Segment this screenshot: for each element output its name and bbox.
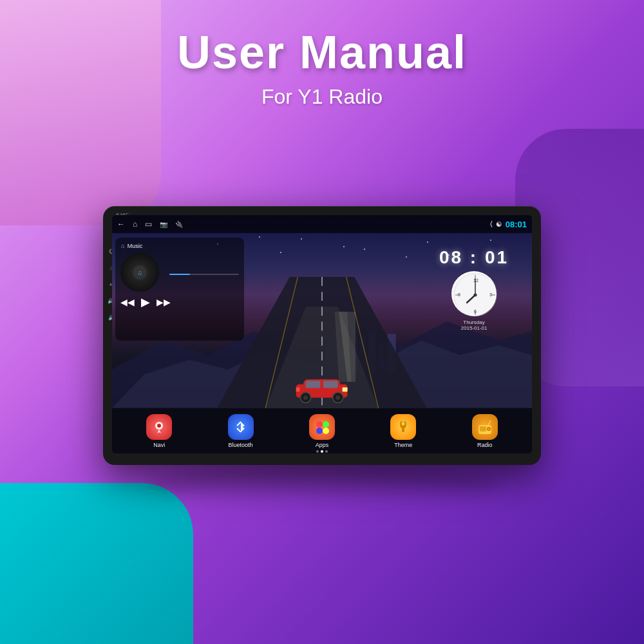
home-nav-icon[interactable]: ⌂ <box>133 220 137 229</box>
svg-point-44 <box>323 421 329 428</box>
digital-time: 08 : 01 <box>439 247 509 268</box>
analog-clock: 12 3 6 9 <box>451 271 497 316</box>
vinyl-disc: ♫ <box>120 253 159 292</box>
radio-label: Radio <box>477 442 493 448</box>
device-container: MIC RST ⏻ ⌂ ↩ 🔊+ <box>103 206 541 465</box>
svg-rect-54 <box>480 426 486 431</box>
recent-nav-icon[interactable]: ▭ <box>145 220 152 229</box>
svg-point-45 <box>316 428 323 434</box>
clock-face: 12 3 6 9 <box>453 272 495 315</box>
play-button[interactable]: ▶ <box>141 295 150 309</box>
clock-date: 2015-01-01 <box>461 325 488 331</box>
svg-rect-25 <box>296 388 300 392</box>
svg-line-57 <box>488 421 491 425</box>
svg-point-43 <box>316 421 323 428</box>
navi-icon <box>146 414 172 440</box>
svg-point-23 <box>336 395 341 400</box>
dock-item-theme[interactable]: Theme <box>390 414 416 448</box>
vinyl-center: ♫ <box>133 266 146 279</box>
screen-inner: ← ⌂ ▭ 📷 🔌 〈 ☯ 08:01 <box>112 215 532 453</box>
apps-label: Apps <box>316 442 329 448</box>
bluetooth-label: Bluetooth <box>229 442 253 448</box>
status-bar: ← ⌂ ▭ 📷 🔌 〈 ☯ 08:01 <box>112 215 532 233</box>
main-title: User Manual <box>0 26 644 79</box>
radio-icon <box>472 414 498 440</box>
next-button[interactable]: ▶▶ <box>156 297 171 307</box>
svg-line-37 <box>467 295 475 303</box>
device-bezel: MIC RST ⏻ ⌂ ↩ 🔊+ <box>103 206 541 465</box>
svg-rect-18 <box>306 381 321 388</box>
svg-text:6: 6 <box>474 309 477 314</box>
dock-item-bluetooth[interactable]: Bluetooth <box>228 414 254 448</box>
dock-item-navi[interactable]: Navi <box>146 414 172 448</box>
svg-point-46 <box>323 428 329 434</box>
dock-item-apps[interactable]: Apps <box>309 414 335 448</box>
page-dot-2-active <box>321 450 323 453</box>
music-controls: ◀◀ ▶ ▶▶ <box>120 295 239 309</box>
clock-day: Thursday <box>463 319 484 325</box>
svg-point-49 <box>402 422 405 425</box>
bottom-dock: Navi Bluetooth <box>112 408 532 453</box>
vinyl-note-icon: ♫ <box>137 269 142 276</box>
device-screen: ← ⌂ ▭ 📷 🔌 〈 ☯ 08:01 <box>112 215 532 453</box>
svg-text:9: 9 <box>458 292 460 297</box>
page-indicator <box>316 450 328 453</box>
music-progress-fill <box>169 274 190 275</box>
music-widget: ♫ Music ♫ <box>115 238 244 341</box>
navi-label: Navi <box>153 442 165 448</box>
status-right: 〈 ☯ 08:01 <box>490 220 527 229</box>
svg-rect-48 <box>402 428 404 432</box>
svg-point-22 <box>303 395 308 400</box>
svg-rect-19 <box>323 381 338 388</box>
device-reflection <box>147 465 497 504</box>
svg-text:12: 12 <box>473 278 478 283</box>
svg-point-39 <box>474 294 477 297</box>
music-widget-title: ♫ Music <box>120 243 239 249</box>
apps-icon <box>309 414 335 440</box>
bg-shape-teal <box>0 483 193 644</box>
wifi-icon: 〈 <box>490 220 492 228</box>
svg-point-41 <box>157 424 161 428</box>
vinyl-record: ♫ <box>120 253 159 292</box>
page-dot-3 <box>325 450 328 453</box>
dock-item-radio[interactable]: Radio <box>472 414 498 448</box>
prev-button[interactable]: ◀◀ <box>120 297 135 307</box>
sub-title: For Y1 Radio <box>0 85 644 109</box>
theme-label: Theme <box>394 442 412 448</box>
svg-marker-42 <box>157 430 161 433</box>
status-time: 08:01 <box>506 220 527 229</box>
page-background: User Manual For Y1 Radio MIC RST ⏻ <box>0 0 644 644</box>
clock-widget: 08 : 01 <box>419 238 529 341</box>
svg-text:3: 3 <box>489 292 492 297</box>
music-note-icon: ♫ <box>120 243 125 249</box>
svg-point-56 <box>488 428 489 430</box>
back-nav-icon[interactable]: ← <box>117 220 125 229</box>
nav-icons: ← ⌂ ▭ 📷 🔌 <box>117 220 183 229</box>
svg-rect-24 <box>343 388 348 392</box>
page-dot-1 <box>316 450 319 453</box>
music-progress-bar[interactable] <box>169 274 239 275</box>
title-section: User Manual For Y1 Radio <box>0 26 644 109</box>
bt-status-icon: ☯ <box>496 221 502 228</box>
screenshot-nav-icon[interactable]: 📷 <box>160 221 167 228</box>
theme-icon <box>390 414 416 440</box>
bluetooth-icon <box>228 414 254 440</box>
usb-nav-icon[interactable]: 🔌 <box>175 221 183 228</box>
